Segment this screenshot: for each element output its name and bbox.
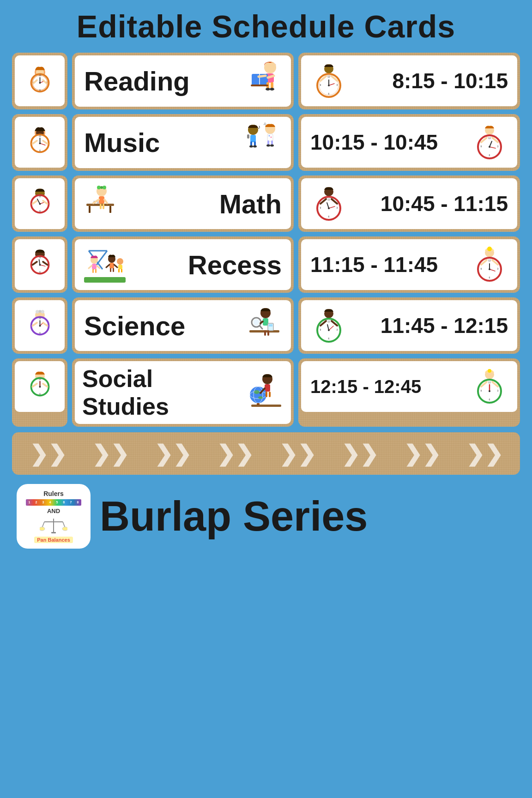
svg-text:12: 12 [38,74,41,77]
clock-cell-math-1: 12 3 6 9 [12,175,67,232]
time-clock-science: 12 3 6 9 [310,306,347,345]
subject-card-recess[interactable]: Recess [72,236,294,293]
svg-text:12: 12 [38,378,41,381]
svg-point-254 [39,386,41,387]
svg-rect-223 [267,330,269,336]
svg-rect-258 [265,384,270,392]
svg-rect-221 [269,324,272,326]
svg-rect-124 [103,204,104,209]
svg-point-75 [271,137,272,138]
svg-point-18 [264,61,276,73]
svg-point-74 [269,135,270,137]
clock-cell-science-1: 12 3 6 9 [12,297,67,354]
svg-rect-176 [121,269,122,272]
svg-text:6: 6 [328,337,330,340]
svg-text:6: 6 [39,89,41,91]
svg-point-109 [39,203,41,205]
svg-text:3: 3 [337,328,338,331]
clock-cell-music-1: 12 3 6 9 [12,114,67,171]
logo-ruler-bar: 12345678 [26,499,81,506]
svg-text:12: 12 [327,320,330,323]
logo-pan-text: Pan Balances [34,537,73,543]
subject-label-math: Math [219,188,282,219]
recess-illustration [84,244,126,285]
time-label-music: 10:15 - 10:45 [310,130,438,155]
scale-icon [40,516,67,535]
svg-rect-175 [118,269,120,272]
svg-text:12: 12 [327,75,330,78]
logo-box: Rulers 12345678 AND Pan Balances [17,484,91,549]
svg-text:6: 6 [489,154,490,157]
bottom-section: Rulers 12345678 AND Pan Balances Burlap … [12,481,520,551]
subject-card-reading[interactable]: Reading [72,53,294,109]
time-label-social: 12:15 - 12:45 [310,376,421,397]
svg-text:3: 3 [497,267,499,270]
time-card-social: 12:15 - 12:45 12 3 6 9 [298,358,520,427]
svg-line-22 [259,76,266,77]
svg-point-291 [40,527,45,531]
svg-text:9: 9 [320,206,321,209]
svg-text:9: 9 [481,145,482,148]
subject-card-science[interactable]: Science [72,297,294,354]
schedule-grid: 12 3 6 9 Reading [12,53,520,427]
subject-card-social[interactable]: Social Studies [72,358,294,427]
subject-label-social-2: Studies [82,393,169,420]
subject-label-social-1: Social [82,365,153,393]
svg-text:3: 3 [497,145,499,148]
svg-point-60 [39,142,41,144]
subject-label-reading: Reading [84,66,190,97]
svg-text:6: 6 [328,92,330,95]
svg-point-210 [39,325,41,326]
time-clock-reading: 12 3 6 9 [310,61,347,101]
svg-text:3: 3 [337,206,338,209]
subject-label-music: Music [84,127,160,158]
svg-text:12: 12 [488,137,491,139]
time-card-recess: 11:15 - 11:45 12 3 6 [298,236,520,293]
svg-point-138 [328,207,330,209]
subject-card-math[interactable]: 1+1 Math [72,175,294,232]
svg-text:6: 6 [39,210,41,212]
chevron-8: ❯❯ [466,441,503,466]
subject-card-music[interactable]: Music ♪ ♫ [72,114,294,171]
svg-point-27 [270,88,274,91]
svg-point-262 [254,390,260,394]
svg-point-173 [117,258,123,265]
chevron-7: ❯❯ [404,441,441,466]
series-label: Burlap Series [100,493,368,540]
svg-text:12: 12 [38,195,41,198]
clock-cell-social-1: 12 3 6 9 [12,358,67,427]
svg-line-163 [89,266,92,268]
svg-text:6: 6 [39,393,41,395]
time-clock-recess: 12 3 6 9 [471,245,508,284]
svg-rect-25 [271,82,273,89]
svg-point-114 [103,186,106,189]
svg-point-15 [39,82,41,84]
svg-point-292 [62,527,67,531]
chevron-row: ❯❯ ❯❯ ❯❯ ❯❯ ❯❯ ❯❯ ❯❯ ❯❯ [12,432,520,475]
svg-text:6: 6 [39,332,41,334]
svg-text:♫: ♫ [263,121,266,126]
svg-rect-269 [251,405,281,407]
svg-rect-69 [247,134,249,139]
svg-rect-123 [100,204,102,209]
svg-rect-214 [263,318,268,326]
svg-text:6: 6 [39,271,41,273]
svg-rect-162 [92,264,97,269]
svg-rect-64 [250,135,256,142]
math-illustration: 1+1 [84,183,116,224]
svg-line-122 [104,200,107,203]
time-clock-math: 12 3 6 9 [310,184,347,224]
svg-point-78 [266,145,270,147]
reading-illustration [247,59,282,103]
svg-rect-116 [99,196,104,204]
logo-rulers-text: Rulers [43,490,64,497]
time-label-math: 10:45 - 11:15 [381,191,508,216]
page-title: Editable Schedule Cards [12,8,520,44]
time-clock-music: 12 3 6 9 [471,123,508,162]
svg-text:♪: ♪ [258,124,260,130]
svg-point-196 [41,310,44,314]
clock-cell-recess-1: 12 3 6 9 [12,236,67,293]
chevron-5: ❯❯ [279,441,316,466]
svg-rect-222 [264,330,266,336]
svg-point-195 [36,310,39,314]
